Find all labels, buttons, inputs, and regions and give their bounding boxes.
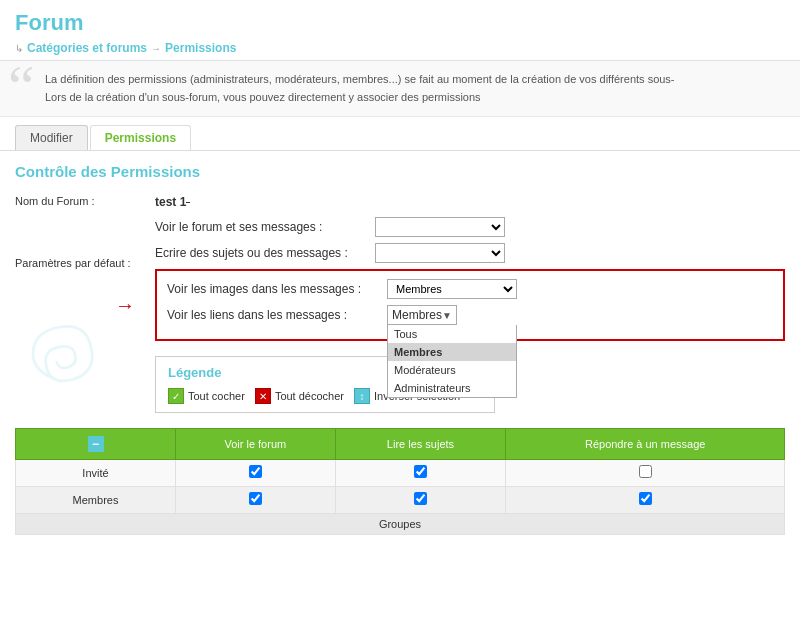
breadcrumb-arrow1: ↳ <box>15 43 23 54</box>
select-ecrire[interactable] <box>375 243 505 263</box>
page-header: Forum ↳ Catégories et forums → Permissio… <box>0 0 800 61</box>
row-invite-repondre[interactable] <box>506 460 785 487</box>
btn-tout-decocher-label: Tout décocher <box>275 390 344 402</box>
cursor <box>186 202 190 203</box>
decorative-swirl <box>15 309 105 399</box>
dropdown-list: Tous Membres Modérateurs Administrateurs <box>387 325 517 398</box>
checkbox-invite-repondre[interactable] <box>639 465 652 478</box>
info-box: La définition des permissions (administr… <box>0 61 800 117</box>
dropdown-selected-value: Membres <box>392 308 442 322</box>
field-ecrire: Ecrire des sujets ou des messages : <box>155 243 785 263</box>
table-header-repondre: Répondre à un message <box>506 429 785 460</box>
breadcrumb-link-categories[interactable]: Catégories et forums <box>27 41 147 55</box>
check-red-icon: ✕ <box>255 388 271 404</box>
btn-tout-decocher[interactable]: ✕ Tout décocher <box>255 388 344 404</box>
tab-permissions[interactable]: Permissions <box>90 125 191 150</box>
dropdown-voir-liens: Membres ▼ Tous Membres Modérateurs Admin… <box>387 305 457 325</box>
breadcrumb-current: Permissions <box>165 41 236 55</box>
table-header-minus: − <box>16 429 176 460</box>
dropdown-arrow-icon: ▼ <box>442 310 452 321</box>
label-ecrire: Ecrire des sujets ou des messages : <box>155 246 375 260</box>
params-label: Paramètres par défaut : <box>15 257 135 269</box>
form-section: Nom du Forum : Paramètres par défaut : t… <box>15 195 785 413</box>
dropdown-item-moderateurs[interactable]: Modérateurs <box>388 361 516 379</box>
field-voir-liens: Voir les liens dans les messages : Membr… <box>167 305 773 325</box>
table-section: − Voir le forum Lire les sujets Répondre… <box>15 428 785 535</box>
label-voir-liens: Voir les liens dans les messages : <box>167 308 387 322</box>
info-line1: La définition des permissions (administr… <box>45 73 675 85</box>
tabs-bar: Modifier Permissions <box>0 117 800 151</box>
table-row: Membres <box>16 487 785 514</box>
field-voir-forum: Voir le forum et ses messages : <box>155 217 785 237</box>
red-arrow-icon: → <box>115 294 135 317</box>
label-voir-images: Voir les images dans les messages : <box>167 282 387 296</box>
row-invite-voir[interactable] <box>176 460 336 487</box>
form-right: test 1 Voir le forum et ses messages : E… <box>155 195 785 413</box>
nom-label: Nom du Forum : <box>15 195 135 207</box>
table-header-voir-forum: Voir le forum <box>176 429 336 460</box>
select-voir-images[interactable]: Membres Tous Modérateurs Administrateurs <box>387 279 517 299</box>
checkbox-membres-voir[interactable] <box>249 492 262 505</box>
row-membres-repondre[interactable] <box>506 487 785 514</box>
label-voir-forum: Voir le forum et ses messages : <box>155 220 375 234</box>
row-membres-lire[interactable] <box>335 487 506 514</box>
forum-name-value: test 1 <box>155 195 186 209</box>
breadcrumb: ↳ Catégories et forums → Permissions <box>15 41 785 55</box>
check-green-icon: ✓ <box>168 388 184 404</box>
select-voir-forum[interactable] <box>375 217 505 237</box>
field-voir-images: Voir les images dans les messages : Memb… <box>167 279 773 299</box>
info-line2: Lors de la création d'un sous-forum, vou… <box>45 91 481 103</box>
checkbox-invite-voir[interactable] <box>249 465 262 478</box>
permissions-table: − Voir le forum Lire les sujets Répondre… <box>15 428 785 535</box>
main-content: Contrôle des Permissions Nom du Forum : … <box>0 151 800 547</box>
table-row-groupes: Groupes <box>16 514 785 535</box>
minus-button[interactable]: − <box>88 436 104 452</box>
row-membres-label: Membres <box>16 487 176 514</box>
btn-tout-cocher[interactable]: ✓ Tout cocher <box>168 388 245 404</box>
dropdown-item-membres[interactable]: Membres <box>388 343 516 361</box>
highlight-box: Voir les images dans les messages : Memb… <box>155 269 785 341</box>
row-invite-lire[interactable] <box>335 460 506 487</box>
btn-tout-cocher-label: Tout cocher <box>188 390 245 402</box>
breadcrumb-arrow2: → <box>151 43 161 54</box>
row-invite-label: Invité <box>16 460 176 487</box>
forum-name-row: test 1 <box>155 195 785 209</box>
row-membres-voir[interactable] <box>176 487 336 514</box>
table-row: Invité <box>16 460 785 487</box>
page-title: Forum <box>15 10 785 36</box>
checkbox-invite-lire[interactable] <box>414 465 427 478</box>
checkbox-membres-lire[interactable] <box>414 492 427 505</box>
check-blue-icon: ↕ <box>354 388 370 404</box>
checkbox-membres-repondre[interactable] <box>639 492 652 505</box>
dropdown-item-administrateurs[interactable]: Administrateurs <box>388 379 516 397</box>
dropdown-item-tous[interactable]: Tous <box>388 325 516 343</box>
row-groupes-label: Groupes <box>16 514 785 535</box>
dropdown-header[interactable]: Membres ▼ <box>387 305 457 325</box>
tab-modifier[interactable]: Modifier <box>15 125 88 150</box>
section-title: Contrôle des Permissions <box>15 163 785 180</box>
table-header-lire-sujets: Lire les sujets <box>335 429 506 460</box>
